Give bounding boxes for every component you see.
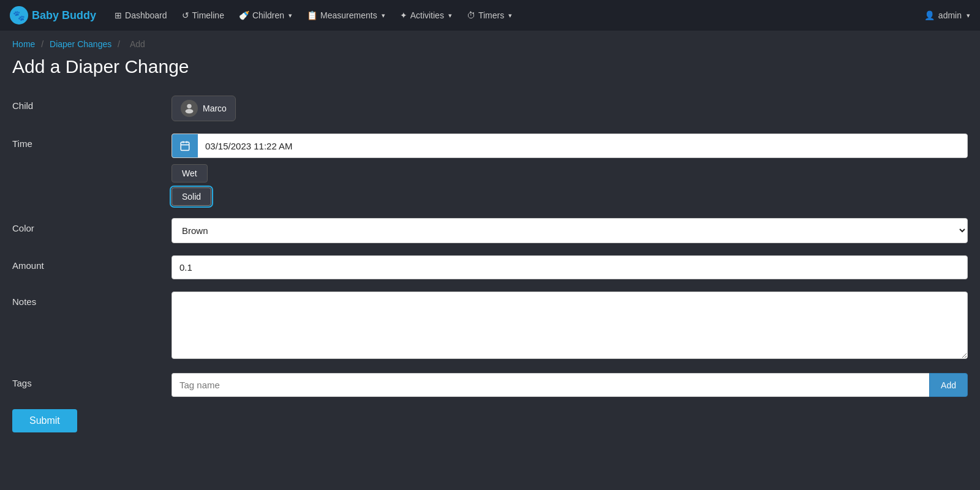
page-title: Add a Diaper Change — [0, 51, 980, 89]
breadcrumb-add: Add — [130, 39, 145, 49]
nav-dashboard[interactable]: ⊞ Dashboard — [108, 7, 173, 24]
calendar-icon — [172, 134, 198, 157]
tag-add-button[interactable]: Add — [929, 373, 968, 397]
notes-textarea[interactable] — [172, 292, 968, 359]
measurements-chevron-icon: ▾ — [382, 12, 385, 20]
user-chevron-icon: ▾ — [967, 12, 970, 20]
breadcrumb-sep-2: / — [118, 39, 120, 49]
tags-label: Tags — [12, 373, 172, 388]
user-icon: 👤 — [924, 10, 935, 20]
tag-name-input[interactable] — [172, 373, 929, 397]
time-input-wrapper — [172, 134, 968, 158]
navbar: 🐾 Baby Buddy ⊞ Dashboard ↺ Timeline 🍼 Ch… — [0, 0, 980, 31]
color-label: Color — [12, 218, 172, 233]
tag-input-row: Add — [172, 373, 968, 397]
nav-timeline[interactable]: ↺ Timeline — [176, 7, 230, 24]
svg-point-1 — [186, 109, 194, 113]
time-label: Time — [12, 134, 172, 149]
time-input[interactable] — [198, 135, 967, 157]
nav-children[interactable]: 🍼 Children ▾ — [233, 7, 298, 24]
child-select-button[interactable]: Marco — [172, 96, 236, 121]
type-buttons: Wet Solid — [172, 164, 968, 206]
breadcrumb-sep-1: / — [41, 39, 43, 49]
child-avatar-icon — [183, 102, 196, 115]
type-solid-button[interactable]: Solid — [172, 187, 211, 206]
tags-control: Add — [172, 373, 968, 397]
breadcrumb-home[interactable]: Home — [12, 39, 35, 49]
notes-control — [172, 292, 968, 361]
children-icon: 🍼 — [239, 10, 249, 20]
nav-timers[interactable]: ⏱ Timers ▾ — [461, 7, 518, 24]
svg-rect-2 — [181, 142, 189, 151]
breadcrumb-diaper-changes[interactable]: Diaper Changes — [50, 39, 111, 49]
notes-label: Notes — [12, 292, 172, 307]
notes-row: Notes — [0, 285, 980, 367]
amount-control — [172, 255, 968, 279]
time-row: Time Wet Solid — [0, 127, 980, 212]
time-control: Wet Solid — [172, 134, 968, 206]
timeline-icon: ↺ — [182, 10, 189, 20]
tags-row: Tags Add — [0, 367, 980, 403]
avatar — [181, 100, 198, 117]
user-menu[interactable]: 👤 admin ▾ — [924, 10, 970, 20]
breadcrumb: Home / Diaper Changes / Add — [0, 31, 980, 51]
amount-row: Amount — [0, 249, 980, 285]
child-row: Child Marco — [0, 89, 980, 127]
brand-name: Baby Buddy — [32, 9, 96, 22]
type-wet-button[interactable]: Wet — [172, 164, 208, 183]
nav-measurements[interactable]: 📋 Measurements ▾ — [301, 7, 391, 24]
brand-logo[interactable]: 🐾 Baby Buddy — [10, 6, 96, 24]
diaper-change-form: Child Marco Time — [0, 89, 980, 463]
activities-chevron-icon: ▾ — [448, 12, 452, 20]
dashboard-icon: ⊞ — [115, 10, 122, 20]
brand-icon: 🐾 — [10, 6, 28, 24]
timers-icon: ⏱ — [467, 10, 475, 20]
timers-chevron-icon: ▾ — [508, 12, 512, 20]
color-select[interactable]: --------- Black Blue Brown Green Orange … — [172, 218, 968, 243]
measurements-icon: 📋 — [307, 10, 317, 20]
children-chevron-icon: ▾ — [288, 12, 292, 20]
nav-activities[interactable]: ✦ Activities ▾ — [394, 7, 458, 24]
activities-icon: ✦ — [400, 10, 407, 20]
svg-point-0 — [187, 104, 191, 108]
submit-button[interactable]: Submit — [12, 409, 77, 432]
color-row: Color --------- Black Blue Brown Green O… — [0, 212, 980, 249]
child-control: Marco — [172, 96, 968, 121]
child-label: Child — [12, 96, 172, 111]
amount-input[interactable] — [172, 255, 968, 279]
color-control: --------- Black Blue Brown Green Orange … — [172, 218, 968, 243]
amount-label: Amount — [12, 255, 172, 271]
